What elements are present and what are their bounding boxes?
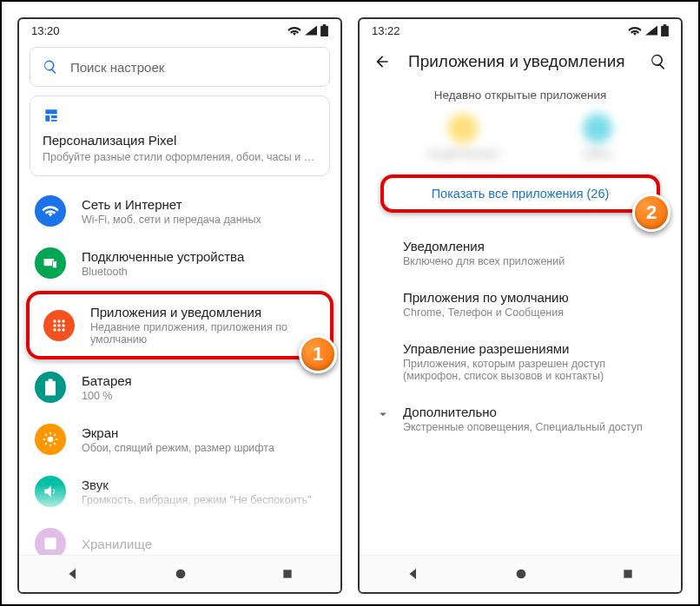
search-icon bbox=[43, 59, 58, 75]
item-apps-notifications[interactable]: Приложения и уведомления Недавние прилож… bbox=[38, 301, 321, 349]
row-permissions[interactable]: Управление разрешениями Приложения, кото… bbox=[360, 331, 681, 394]
svg-point-23 bbox=[517, 570, 526, 579]
svg-point-6 bbox=[57, 324, 60, 326]
svg-line-19 bbox=[54, 434, 56, 436]
battery-icon bbox=[320, 24, 328, 36]
android-nav-bar bbox=[360, 555, 681, 592]
nav-home-icon[interactable] bbox=[174, 567, 188, 581]
item-network[interactable]: Сеть и Интернет Wi-Fi, моб. сети и перед… bbox=[19, 185, 340, 237]
android-nav-bar bbox=[19, 555, 340, 592]
promo-title: Персонализация Pixel bbox=[43, 133, 317, 148]
row-notifications[interactable]: Уведомления Включено для всех приложений bbox=[360, 228, 681, 280]
signal-icon bbox=[305, 25, 317, 36]
promo-subtitle: Пробуйте разные стили оформления, обои, … bbox=[43, 151, 317, 163]
search-icon[interactable] bbox=[650, 53, 667, 70]
status-bar: 13:22 bbox=[360, 19, 681, 42]
back-icon[interactable] bbox=[373, 53, 391, 70]
pixel-promo-card[interactable]: Персонализация Pixel Пробуйте разные сти… bbox=[30, 96, 330, 176]
clock: 13:22 bbox=[372, 24, 400, 37]
svg-rect-20 bbox=[44, 537, 56, 549]
row-default-apps[interactable]: Приложения по умолчанию Chrome, Телефон … bbox=[360, 280, 681, 331]
battery-icon bbox=[661, 24, 669, 36]
search-placeholder: Поиск настроек bbox=[70, 60, 164, 75]
status-icons bbox=[628, 24, 669, 36]
brightness-icon bbox=[35, 424, 66, 455]
svg-point-3 bbox=[57, 319, 60, 322]
step-badge-2: 2 bbox=[632, 194, 670, 232]
signal-icon bbox=[645, 25, 657, 36]
apps-grid-icon bbox=[43, 310, 75, 341]
nav-home-icon[interactable] bbox=[514, 567, 528, 581]
volume-icon bbox=[35, 476, 66, 507]
wifi-icon bbox=[628, 25, 642, 36]
item-display[interactable]: Экран Обои, спящий режим, размер шрифта bbox=[19, 413, 340, 465]
svg-point-21 bbox=[176, 570, 186, 579]
battery-circle-icon bbox=[35, 372, 66, 403]
svg-rect-22 bbox=[283, 570, 291, 577]
settings-list: Сеть и Интернет Wi-Fi, моб. сети и перед… bbox=[19, 185, 340, 555]
phone-apps-notifications: 13:22 Приложения и уведомления Недавно о… bbox=[358, 17, 683, 594]
svg-point-10 bbox=[62, 328, 64, 331]
search-settings[interactable]: Поиск настроек bbox=[30, 47, 330, 87]
svg-point-8 bbox=[53, 328, 56, 331]
svg-rect-1 bbox=[53, 261, 57, 268]
storage-icon bbox=[35, 528, 66, 555]
highlight-show-all: Показать все приложения (26) 2 bbox=[380, 175, 660, 213]
app-icon bbox=[448, 114, 478, 143]
svg-line-18 bbox=[45, 443, 47, 445]
svg-point-5 bbox=[53, 324, 56, 326]
nav-recent-icon[interactable] bbox=[281, 567, 294, 581]
svg-line-17 bbox=[54, 443, 56, 445]
wifi-circle-icon bbox=[35, 195, 66, 227]
phone-settings-main: 13:20 Поиск настроек Персонализация Pixe… bbox=[17, 17, 342, 594]
recent-apps-title: Недавно открытые приложения bbox=[360, 80, 681, 114]
show-all-apps-button[interactable]: Показать все приложения (26) bbox=[380, 175, 660, 213]
nav-back-icon[interactable] bbox=[406, 566, 421, 582]
recent-app[interactable]: Gallery bbox=[583, 114, 613, 159]
clock: 13:20 bbox=[31, 24, 60, 37]
app-icon bbox=[583, 114, 612, 143]
wifi-icon bbox=[287, 25, 301, 36]
chevron-down-icon bbox=[375, 406, 391, 422]
item-storage[interactable]: Хранилище bbox=[19, 517, 340, 555]
nav-recent-icon[interactable] bbox=[621, 567, 635, 581]
screen-header: Приложения и уведомления bbox=[360, 42, 681, 80]
svg-point-11 bbox=[48, 437, 54, 443]
svg-line-16 bbox=[45, 434, 47, 436]
item-connected-devices[interactable]: Подключенные устройства Bluetooth bbox=[19, 237, 340, 289]
item-sound[interactable]: Звук Громкость, вибрация, режим "Не бесп… bbox=[19, 465, 340, 517]
svg-point-2 bbox=[53, 319, 56, 322]
recent-app[interactable]: Google Assistant bbox=[427, 114, 499, 159]
step-badge-1: 1 bbox=[299, 335, 337, 373]
svg-point-4 bbox=[62, 319, 64, 322]
header-title: Приложения и уведомления bbox=[408, 52, 632, 71]
row-advanced[interactable]: Дополнительно Экстренные оповещения, Спе… bbox=[360, 394, 681, 445]
devices-icon bbox=[35, 247, 66, 279]
nav-back-icon[interactable] bbox=[65, 566, 81, 582]
settings-rows: Уведомления Включено для всех приложений… bbox=[360, 228, 681, 445]
svg-point-9 bbox=[57, 328, 60, 331]
recent-apps-row: Google Assistant Gallery bbox=[360, 114, 681, 169]
svg-rect-24 bbox=[624, 570, 631, 577]
svg-point-7 bbox=[62, 324, 64, 326]
status-icons bbox=[287, 24, 328, 36]
highlight-apps: Приложения и уведомления Недавние прилож… bbox=[26, 291, 333, 359]
item-battery[interactable]: Батарея 100 % bbox=[19, 361, 340, 413]
status-bar: 13:20 bbox=[19, 19, 340, 42]
brush-icon bbox=[43, 107, 60, 124]
